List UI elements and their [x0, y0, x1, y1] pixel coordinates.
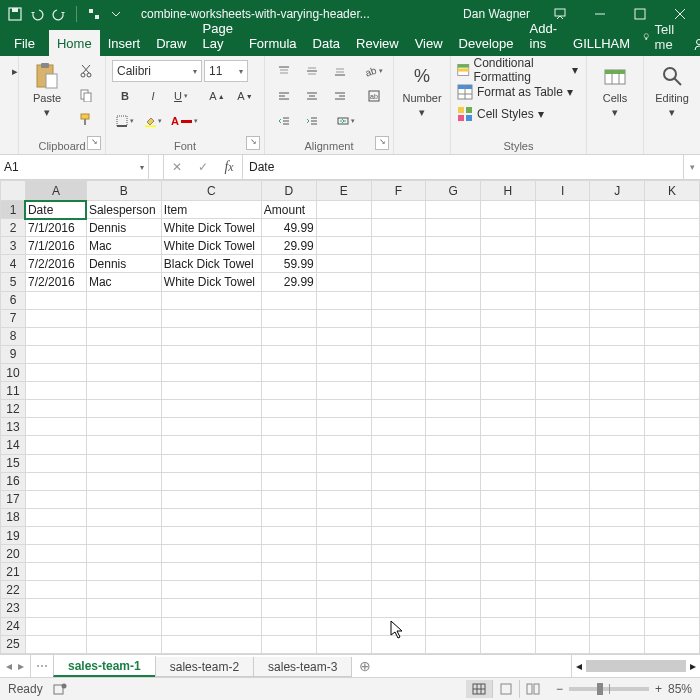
page-layout-view-icon[interactable] [492, 680, 519, 698]
cell[interactable] [161, 309, 261, 327]
normal-view-icon[interactable] [466, 680, 492, 698]
cell[interactable] [480, 563, 535, 581]
orientation-icon[interactable]: ab▾ [361, 60, 387, 82]
align-middle-icon[interactable] [299, 60, 325, 82]
cell[interactable] [316, 400, 371, 418]
cell[interactable] [25, 418, 86, 436]
cell[interactable] [261, 291, 316, 309]
cell[interactable] [25, 581, 86, 599]
cell[interactable] [161, 526, 261, 544]
cell[interactable] [480, 472, 535, 490]
row-header[interactable]: 6 [1, 291, 26, 309]
expand-formula-bar-icon[interactable]: ▾ [683, 155, 700, 179]
editing-button[interactable]: Editing ▾ [650, 60, 694, 119]
cell[interactable] [371, 526, 426, 544]
cell[interactable] [535, 599, 590, 617]
cell[interactable] [535, 526, 590, 544]
font-color-icon[interactable]: A▾ [168, 110, 201, 132]
cell[interactable] [480, 508, 535, 526]
tab-review[interactable]: Review [348, 30, 407, 56]
cell[interactable] [371, 599, 426, 617]
cell[interactable] [426, 255, 481, 273]
cell[interactable] [371, 400, 426, 418]
cell[interactable] [316, 219, 371, 237]
cell[interactable] [645, 201, 700, 219]
cell[interactable] [645, 309, 700, 327]
cell[interactable] [426, 201, 481, 219]
cell[interactable] [480, 635, 535, 653]
cell[interactable] [86, 599, 161, 617]
zoom-out-icon[interactable]: − [556, 682, 563, 696]
cell[interactable]: Mac [86, 237, 161, 255]
merge-center-icon[interactable]: ▾ [333, 110, 359, 132]
cell[interactable] [426, 327, 481, 345]
user-name[interactable]: Dan Wagner [463, 7, 530, 21]
cell[interactable] [316, 201, 371, 219]
cell[interactable] [426, 273, 481, 291]
cell[interactable] [261, 382, 316, 400]
cell[interactable] [25, 327, 86, 345]
cell[interactable] [590, 599, 645, 617]
cell[interactable]: 29.99 [261, 237, 316, 255]
cell[interactable] [261, 327, 316, 345]
cell[interactable] [161, 563, 261, 581]
cell[interactable] [86, 472, 161, 490]
row-header[interactable]: 25 [1, 635, 26, 653]
cell[interactable] [480, 363, 535, 381]
cell[interactable] [86, 382, 161, 400]
cell[interactable] [480, 273, 535, 291]
row-header[interactable]: 13 [1, 418, 26, 436]
cell[interactable] [535, 490, 590, 508]
cell[interactable] [480, 327, 535, 345]
cell[interactable] [645, 454, 700, 472]
cell[interactable] [371, 436, 426, 454]
cell[interactable] [426, 545, 481, 563]
cell[interactable] [480, 237, 535, 255]
align-left-icon[interactable] [271, 85, 297, 107]
cell[interactable] [316, 327, 371, 345]
cell[interactable] [590, 526, 645, 544]
row-header[interactable]: 14 [1, 436, 26, 454]
row-header[interactable]: 21 [1, 563, 26, 581]
row-header[interactable]: 24 [1, 617, 26, 635]
cell[interactable] [645, 526, 700, 544]
cell[interactable] [371, 237, 426, 255]
cell[interactable] [426, 581, 481, 599]
row-header[interactable]: 3 [1, 237, 26, 255]
cell[interactable] [645, 273, 700, 291]
align-bottom-icon[interactable] [327, 60, 353, 82]
cell[interactable] [480, 345, 535, 363]
cell[interactable] [645, 237, 700, 255]
cell[interactable] [590, 255, 645, 273]
cell[interactable] [535, 382, 590, 400]
cell[interactable] [480, 382, 535, 400]
cell[interactable] [535, 635, 590, 653]
cell[interactable] [316, 617, 371, 635]
cell[interactable] [371, 273, 426, 291]
cell[interactable] [645, 436, 700, 454]
cell[interactable] [426, 490, 481, 508]
row-header[interactable]: 7 [1, 309, 26, 327]
tab-insert[interactable]: Insert [100, 30, 149, 56]
cell[interactable] [316, 418, 371, 436]
insert-function-icon[interactable]: fx [216, 159, 242, 175]
cell[interactable] [590, 291, 645, 309]
cell[interactable] [590, 363, 645, 381]
cell[interactable] [645, 563, 700, 581]
cell[interactable] [535, 327, 590, 345]
cell[interactable] [590, 273, 645, 291]
cell[interactable]: Date [25, 201, 86, 219]
paste-button[interactable]: Paste ▾ [25, 60, 69, 119]
tab-addins[interactable]: Add-ins [522, 15, 565, 56]
decrease-indent-icon[interactable] [271, 110, 297, 132]
cell[interactable] [645, 291, 700, 309]
conditional-formatting-button[interactable]: Conditional Formatting▾ [457, 60, 580, 80]
cell[interactable] [261, 617, 316, 635]
cell[interactable] [316, 508, 371, 526]
cell[interactable] [316, 472, 371, 490]
cell[interactable]: White Dick Towel [161, 273, 261, 291]
cell[interactable] [25, 617, 86, 635]
cell[interactable] [261, 436, 316, 454]
column-header[interactable]: B [86, 181, 161, 201]
cell[interactable] [645, 327, 700, 345]
